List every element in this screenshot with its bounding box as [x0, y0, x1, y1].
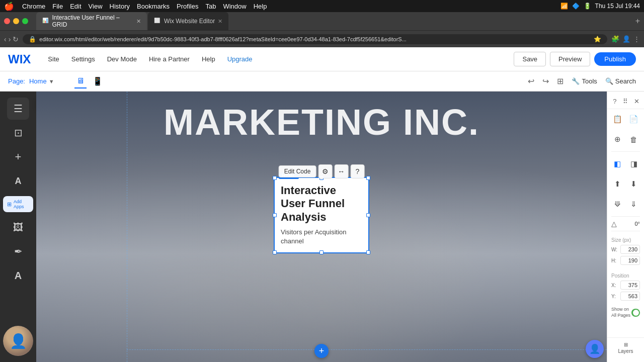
sidebar-item-app[interactable]: A — [7, 264, 29, 287]
x-row: X: 375 — [611, 281, 640, 290]
html-widget[interactable]: HTML Interactive User Funnel Analysis Vi… — [274, 177, 369, 253]
align-bottom-icon[interactable]: ⬇ — [627, 177, 641, 191]
sidebar-item-media[interactable]: 🖼 — [7, 216, 29, 238]
tab-close-wix[interactable]: ✕ — [218, 18, 222, 25]
edit-code-button[interactable]: Edit Code — [279, 165, 316, 177]
extension-icon-2[interactable]: 👤 — [622, 35, 630, 43]
send-backward-icon[interactable]: ⇓ — [627, 197, 641, 211]
publish-button[interactable]: Publish — [594, 52, 636, 66]
mobile-view-button[interactable]: 📱 — [91, 74, 105, 88]
address-bar[interactable]: 🔒 editor.wix.com/html/editor/web/rendere… — [23, 34, 607, 44]
sidebar-item-components[interactable]: ⊡ — [7, 122, 29, 144]
resize-handle-bc[interactable] — [319, 250, 324, 254]
align-left-icon[interactable]: ◧ — [610, 157, 624, 171]
person-avatar-button[interactable]: 👤 — [586, 340, 604, 358]
help-icon-button[interactable]: ? — [350, 164, 364, 178]
menu-window[interactable]: Window — [223, 3, 246, 10]
resize-handle-tr[interactable] — [366, 176, 370, 180]
paste-style-icon[interactable]: 📄 — [627, 112, 641, 126]
forward-button[interactable]: › — [9, 35, 11, 43]
sidebar-item-pen[interactable]: ✒ — [7, 240, 29, 262]
html-widget-title: Interactive User Funnel Analysis — [281, 184, 362, 224]
settings-icon-button[interactable]: ⚙ — [318, 164, 332, 178]
menu-profiles[interactable]: Profiles — [177, 3, 198, 10]
address-bar-row: ‹ › ↻ 🔒 editor.wix.com/html/editor/web/r… — [0, 30, 644, 47]
panel-question-icon[interactable]: ? — [610, 96, 619, 107]
undo-button[interactable]: ↩ — [528, 76, 534, 86]
chevron-down-icon[interactable]: ▼ — [49, 78, 54, 84]
extension-icon-1[interactable]: 🧩 — [611, 35, 619, 43]
menu-dev-mode[interactable]: Dev Mode — [102, 52, 142, 66]
panel-grid-icon[interactable]: ⠿ — [621, 96, 630, 107]
maximize-window-button[interactable] — [22, 18, 28, 24]
resize-horizontal-icon-button[interactable]: ↔ — [334, 164, 348, 178]
resize-handle-br[interactable] — [366, 250, 370, 254]
position-label: Position — [611, 273, 640, 279]
menu-view[interactable]: View — [89, 3, 103, 10]
menu-chrome[interactable]: Chrome — [22, 3, 45, 10]
sidebar-item-add[interactable]: + — [7, 146, 29, 168]
delete-icon[interactable]: 🗑 — [627, 132, 641, 146]
x-input[interactable]: 375 — [620, 281, 640, 290]
menu-edit[interactable]: Edit — [70, 3, 81, 10]
align-top-icon[interactable]: ⬆ — [610, 177, 624, 191]
search-button[interactable]: 🔍 Search — [605, 77, 636, 85]
grid-toggle-button[interactable]: ⊞ — [557, 76, 564, 86]
menu-tab[interactable]: Tab — [205, 3, 216, 10]
new-tab-button[interactable]: + — [635, 17, 640, 26]
add-apps-button[interactable]: ⊞ Add Apps — [3, 196, 33, 212]
browser-extensions: 🧩 👤 ⋮ — [611, 35, 640, 43]
marketing-title: MARKETING INC. — [36, 102, 607, 143]
page-label: Page: — [8, 77, 25, 85]
desktop-view-button[interactable]: 🖥 — [74, 74, 87, 88]
show-all-pages-label: Show on All Pages — [611, 307, 631, 318]
apple-icon[interactable]: 🍎 — [4, 2, 14, 11]
duplicate-icon[interactable]: ⊕ — [610, 132, 624, 146]
layers-button[interactable]: ⊞ Layers — [611, 342, 640, 354]
panel-layer-row: ⟱ ⇓ — [607, 194, 644, 214]
sidebar-item-pages[interactable]: ☰ — [7, 98, 29, 120]
wix-topbar-right: Save Preview Publish — [514, 52, 636, 66]
height-input[interactable]: 190 — [620, 256, 640, 265]
mac-right-icons: 📶 🔷 🔋 Thu 15 Jul 19:44 — [560, 3, 640, 10]
back-button[interactable]: ‹ — [4, 35, 7, 43]
width-input[interactable]: 230 — [620, 245, 640, 254]
lock-icon: 🔒 — [29, 36, 36, 43]
copy-style-icon[interactable]: 📋 — [610, 112, 624, 126]
panel-close-icon[interactable]: ✕ — [632, 96, 641, 107]
menu-hire-partner[interactable]: Hire a Partner — [144, 52, 195, 66]
right-panel: ? ⠿ ✕ 📋 📄 ⊕ 🗑 ◧ ◨ ⬆ ⬇ ⟱ ⇓ △ — [607, 92, 644, 362]
menu-settings[interactable]: Settings — [66, 52, 100, 66]
browser-menu-icon[interactable]: ⋮ — [633, 35, 640, 43]
page-selector[interactable]: Page: Home ▼ — [8, 77, 54, 85]
sidebar-item-text[interactable]: A — [7, 170, 29, 192]
show-all-pages-row: Show on All Pages — [607, 305, 644, 320]
bring-forward-icon[interactable]: ⟱ — [610, 197, 624, 211]
reload-button[interactable]: ↻ — [13, 35, 19, 43]
y-input[interactable]: 563 — [620, 292, 640, 301]
menu-help[interactable]: Help — [254, 3, 267, 10]
redo-button[interactable]: ↪ — [542, 76, 549, 86]
close-window-button[interactable] — [4, 18, 10, 24]
tab-grid[interactable]: 📊 Interactive User Funnel – GRID ✕ — [36, 12, 147, 30]
tab-close-grid[interactable]: ✕ — [136, 18, 141, 25]
add-section-button[interactable]: + — [314, 344, 329, 358]
resize-handle-tl[interactable] — [273, 176, 277, 180]
tools-button[interactable]: 🔧 Tools — [572, 77, 597, 85]
menu-site[interactable]: Site — [43, 52, 64, 66]
resize-handle-bl[interactable] — [273, 250, 277, 254]
resize-handle-ml[interactable] — [273, 213, 277, 217]
align-right-icon[interactable]: ◨ — [627, 157, 641, 171]
save-button[interactable]: Save — [514, 52, 546, 66]
menu-bookmarks[interactable]: Bookmarks — [137, 3, 170, 10]
menu-history[interactable]: History — [110, 3, 130, 10]
menu-help[interactable]: Help — [197, 52, 220, 66]
preview-button[interactable]: Preview — [550, 52, 590, 66]
show-all-pages-toggle[interactable] — [631, 309, 640, 317]
minimize-window-button[interactable] — [13, 18, 19, 24]
resize-handle-mr[interactable] — [366, 213, 370, 217]
menu-upgrade[interactable]: Upgrade — [222, 52, 258, 66]
menu-file[interactable]: File — [52, 3, 63, 10]
tab-wix[interactable]: ⬜ Wix Website Editor ✕ — [148, 12, 228, 30]
bookmark-icon[interactable]: ⭐ — [594, 36, 601, 43]
